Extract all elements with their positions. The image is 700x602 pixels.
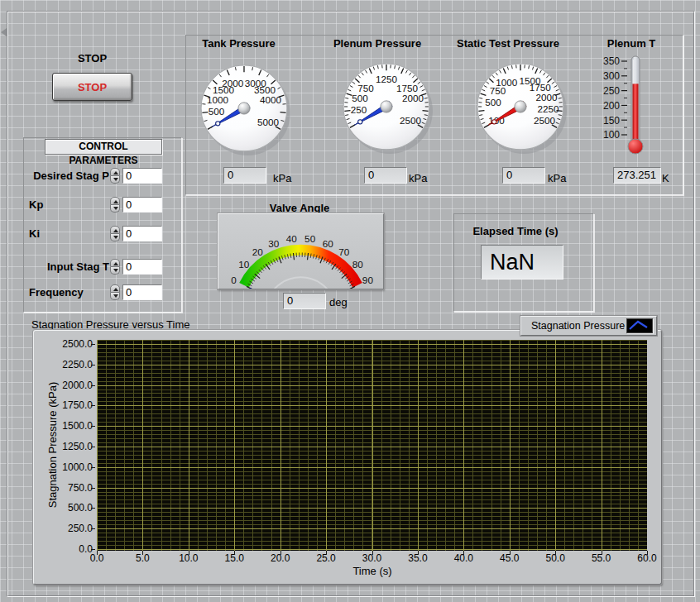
tank-pressure-value[interactable]: 0 [223,167,266,184]
svg-text:4000: 4000 [260,94,282,105]
decrement-icon[interactable] [110,176,120,184]
x-tick-mark [602,551,602,555]
svg-text:0: 0 [231,275,237,285]
static-test-pressure-value[interactable]: 0 [502,167,545,184]
svg-text:350: 350 [603,55,620,67]
plenum-pressure-gauge[interactable]: 2505007501250175020002500 [339,60,435,160]
control-parameters-title: CONTROL PARAMETERS [45,139,162,155]
y-tick: 1000.0 [46,461,93,473]
valve-angle-title: Valve Angle [250,202,349,214]
svg-text:50: 50 [304,233,316,244]
increment-icon[interactable] [110,259,120,267]
svg-text:500: 500 [485,97,501,108]
static-test-pressure-gauge[interactable]: 100500750100015001750200022502500 [473,60,569,160]
desired-stag-p-label: Desired Stag P [25,170,109,183]
svg-text:2000: 2000 [222,78,244,88]
x-tick-mark [555,551,556,555]
x-tick-mark [418,551,419,555]
y-tick-mark [91,447,95,447]
svg-text:500: 500 [209,106,225,117]
y-tick-mark [91,549,95,550]
x-tick-mark [463,551,464,555]
x-tick-mark [510,551,511,555]
y-tick-mark [91,405,95,406]
y-tick: 1250.0 [46,441,93,452]
plenum-pressure-value[interactable]: 0 [364,167,407,184]
elapsed-time-value[interactable]: NaN [481,245,563,280]
svg-text:10: 10 [238,259,250,270]
x-tick-mark [142,551,143,555]
increment-icon[interactable] [110,284,120,293]
svg-text:1000: 1000 [496,77,518,88]
frequency-input[interactable] [122,284,162,300]
desired-stag-p-input[interactable] [122,168,162,184]
plenum-t-thermometer[interactable]: 350300250200150100 [597,50,656,162]
kp-input[interactable] [122,197,162,213]
stop-caption: STOP [52,52,132,64]
y-tick: 750.0 [46,482,93,494]
legend-label: Stagnation Pressure [531,320,626,332]
svg-text:30: 30 [268,238,280,249]
pane-splitter-icon [1,28,7,36]
y-tick: 1750.0 [46,399,93,411]
svg-text:2000: 2000 [402,93,424,103]
tank-pressure-title: Tank Pressure [179,37,299,50]
svg-text:2500: 2500 [400,115,422,126]
static-test-pressure-title: Static Test Pressure [446,37,570,50]
svg-text:200: 200 [603,100,620,112]
y-tick-mark [91,488,95,489]
svg-text:70: 70 [338,246,350,257]
svg-text:1750: 1750 [530,82,552,93]
kp-label: Kp [29,198,43,212]
plenum-t-value[interactable]: 273.251 [613,167,661,184]
ki-input[interactable] [122,226,162,241]
y-tick-mark [91,426,95,427]
y-tick: 2500.0 [46,338,93,350]
svg-text:250: 250 [603,85,620,97]
chart-legend[interactable]: Stagnation Pressure [520,316,657,336]
svg-text:2500: 2500 [534,115,556,126]
tank-pressure-gauge[interactable]: 5001000150020003000350040005000 [197,62,293,161]
frequency-spinner[interactable] [110,284,120,300]
increment-icon[interactable] [110,168,120,176]
y-tick-mark [91,467,95,468]
decrement-icon[interactable] [110,205,120,213]
desired-stag-p-spinner[interactable] [110,168,120,184]
svg-text:1000: 1000 [207,94,229,105]
svg-text:90: 90 [362,275,374,285]
svg-text:500: 500 [352,93,368,103]
kp-spinner[interactable] [110,197,120,213]
decrement-icon[interactable] [110,293,120,300]
svg-text:40: 40 [286,233,298,244]
decrement-icon[interactable] [110,267,120,275]
x-tick-mark [280,551,281,555]
ki-spinner[interactable] [110,226,120,241]
valve-angle-value[interactable]: 0 [283,293,326,309]
svg-text:80: 80 [352,259,364,270]
y-tick-mark [91,344,95,345]
decrement-icon[interactable] [110,234,120,241]
svg-text:150: 150 [603,115,620,127]
svg-text:750: 750 [357,83,374,93]
svg-text:20: 20 [252,246,264,257]
input-stag-t-input[interactable] [122,259,162,275]
waveform-chart-plot-area[interactable] [97,340,647,551]
svg-text:2250: 2250 [537,103,559,114]
increment-icon[interactable] [110,226,120,234]
y-tick: 2000.0 [46,380,93,391]
stop-button[interactable]: STOP [52,73,132,101]
svg-text:3500: 3500 [254,84,276,95]
input-stag-t-spinner[interactable] [110,259,120,275]
svg-text:2000: 2000 [536,92,559,103]
x-tick-mark [372,551,373,555]
input-stag-t-label: Input Stag T [25,260,109,274]
static-test-pressure-unit: kPa [548,172,566,184]
x-tick-mark [234,551,235,555]
y-tick: 1500.0 [46,420,93,432]
tank-pressure-unit: kPa [273,172,291,184]
valve-angle-meter[interactable]: 0102030405060708090 [218,213,384,289]
x-tick-mark [647,551,648,555]
svg-text:250: 250 [351,104,367,115]
svg-text:5000: 5000 [257,117,280,127]
increment-icon[interactable] [110,197,120,205]
